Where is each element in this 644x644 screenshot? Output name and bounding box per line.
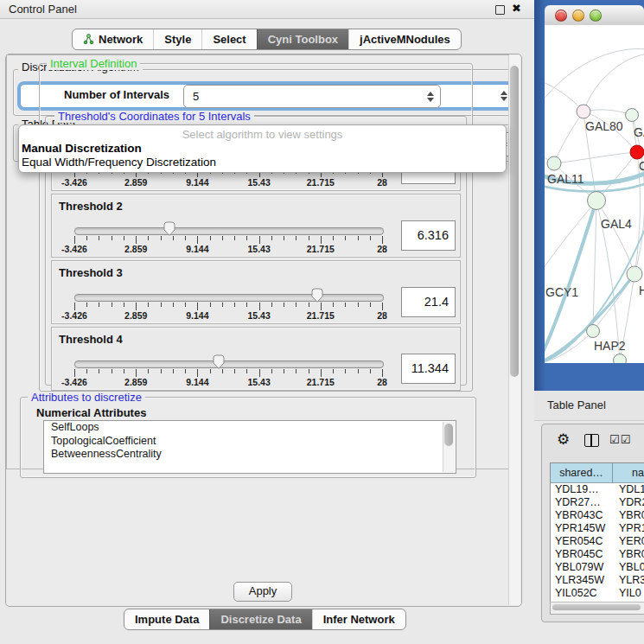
slider-thumb[interactable] bbox=[163, 221, 175, 236]
table-scrollbar-thumb[interactable] bbox=[552, 604, 641, 610]
control-panel-tabs: Network Style Select Cyni Toolbox jActiv… bbox=[72, 29, 462, 50]
table-row[interactable]: YBL079WYBL0 bbox=[551, 561, 644, 574]
network-canvas[interactable]: GAL80 GA C GAL11 GAL4 GCY1 H HAP2 bbox=[545, 25, 644, 363]
attributes-group: Attributes to discretize Numerical Attri… bbox=[20, 397, 476, 469]
attribute-list-item[interactable]: SelfLoops bbox=[44, 421, 456, 435]
numerical-attributes-list[interactable]: SelfLoopsTopologicalCoefficientBetweenne… bbox=[43, 420, 456, 469]
threshold-value[interactable]: 21.4 bbox=[401, 287, 456, 317]
slider-track[interactable] bbox=[74, 360, 384, 368]
slider-thumb[interactable] bbox=[213, 354, 225, 369]
node-red[interactable] bbox=[630, 145, 644, 159]
dropdown-option-equal-width[interactable]: Equal Width/Frequency Discretization bbox=[19, 156, 506, 169]
checkbox-icon[interactable]: ☑ bbox=[609, 433, 621, 446]
minimize-traffic-icon[interactable] bbox=[572, 10, 584, 22]
table-header-row: shared… na bbox=[551, 463, 644, 483]
column-header-name[interactable]: na bbox=[613, 463, 644, 482]
checkbox-icon[interactable]: ☑ bbox=[621, 433, 632, 446]
table-cell-name: YBL0 bbox=[612, 561, 644, 574]
numerical-attributes-label: Numerical Attributes bbox=[36, 406, 146, 419]
table-row[interactable]: YBR043CYBR0 bbox=[551, 509, 644, 522]
node-gal-clipped[interactable] bbox=[626, 109, 639, 122]
threshold-value[interactable]: 6.316 bbox=[401, 220, 456, 251]
node-hap2[interactable] bbox=[587, 325, 600, 338]
tab-discretize-data[interactable]: Discretize Data bbox=[209, 609, 311, 629]
split-columns-icon[interactable] bbox=[584, 434, 599, 447]
settings-scrollbar[interactable] bbox=[508, 55, 509, 469]
slider-thumb[interactable] bbox=[311, 288, 323, 303]
table-cell-shared-name: YBR045C bbox=[551, 548, 612, 561]
table-cell-shared-name: YLR345W bbox=[551, 574, 612, 587]
table-cell-name: YDL1 bbox=[612, 483, 644, 496]
number-of-intervals-spinner[interactable]: 5 bbox=[183, 85, 441, 108]
table-row[interactable]: YER054CYER0 bbox=[551, 535, 644, 548]
tab-network[interactable]: Network bbox=[73, 29, 153, 49]
node-gal11[interactable] bbox=[547, 156, 561, 170]
apply-button[interactable]: Apply bbox=[233, 582, 292, 602]
table-cell-name: YBR0 bbox=[612, 548, 644, 561]
table-row[interactable]: YIL052CYIL0 bbox=[551, 587, 644, 600]
spinner-stepper-icon[interactable] bbox=[427, 92, 434, 102]
settings-scroll-pane: Interval Definition Number of Intervals … bbox=[6, 54, 509, 469]
attribute-list-item[interactable]: TopologicalCoefficient bbox=[44, 435, 456, 449]
table-cell-shared-name: YPR145W bbox=[551, 522, 612, 535]
table-row[interactable]: YDL19…YDL1 bbox=[551, 483, 644, 496]
node-gal4[interactable] bbox=[588, 192, 606, 210]
bottom-tabs: Impute Data Discretize Data Infer Networ… bbox=[124, 609, 406, 630]
label-hap2: HAP2 bbox=[594, 339, 626, 353]
dropdown-hint: Select algorithm to view settings bbox=[19, 127, 506, 142]
threshold-slider[interactable]: -3.4262.8599.14415.4321.71528 bbox=[74, 194, 382, 257]
table-row[interactable]: YBR045CYBR0 bbox=[551, 548, 644, 561]
close-panel-icon[interactable]: ✖ bbox=[512, 2, 521, 15]
combo-stepper-icon[interactable] bbox=[501, 91, 507, 101]
label-c-clipped: C bbox=[639, 159, 644, 173]
slider-track[interactable] bbox=[74, 227, 384, 235]
slider-track[interactable] bbox=[74, 294, 384, 302]
threshold-slider[interactable]: -3.4262.8599.14415.4321.71528 bbox=[74, 261, 382, 323]
slider-tick-labels: -3.4262.8599.14415.4321.71528 bbox=[74, 377, 382, 387]
column-header-shared-name[interactable]: shared… bbox=[551, 463, 613, 482]
table-cell-name: YDR2 bbox=[612, 496, 644, 509]
cyni-toolbox-panel: Discretization Algorithm Select algorith… bbox=[5, 54, 522, 607]
tab-impute-data[interactable]: Impute Data bbox=[124, 609, 209, 629]
label-h-clipped: H bbox=[639, 284, 644, 297]
attribute-list-item[interactable]: BetweennessCentrality bbox=[44, 448, 456, 462]
label-gal11: GAL11 bbox=[547, 172, 584, 186]
label-gal-clipped: GA bbox=[634, 125, 644, 139]
slider-tick-labels: -3.4262.8599.14415.4321.71528 bbox=[74, 310, 382, 321]
table-row[interactable]: YDR27…YDR2 bbox=[551, 496, 644, 509]
float-panel-icon[interactable] bbox=[495, 5, 505, 15]
attributes-group-title: Attributes to discretize bbox=[28, 392, 145, 404]
tab-style[interactable]: Style bbox=[153, 29, 201, 49]
table-cell-shared-name: YDR27… bbox=[551, 496, 612, 509]
zoom-traffic-icon[interactable] bbox=[590, 10, 602, 22]
table-horizontal-scrollbar[interactable] bbox=[550, 602, 644, 615]
node-table[interactable]: shared… na YDL19…YDL1YDR27…YDR2YBR043CYB… bbox=[550, 462, 644, 615]
list-scrollbar-thumb[interactable] bbox=[444, 424, 453, 446]
node-h-clipped[interactable] bbox=[627, 266, 642, 282]
tab-select[interactable]: Select bbox=[201, 29, 256, 49]
tab-network-label: Network bbox=[99, 29, 143, 49]
table-cell-shared-name: YIL052C bbox=[551, 587, 612, 600]
tab-jactivemnodules[interactable]: jActiveMNodules bbox=[348, 29, 461, 49]
table-cell-shared-name: YDL19… bbox=[551, 483, 612, 496]
table-cell-name: YIL0 bbox=[612, 587, 644, 600]
node-gal80[interactable] bbox=[577, 105, 590, 118]
close-traffic-icon[interactable] bbox=[555, 10, 567, 22]
threshold-slider[interactable]: -3.4262.8599.14415.4321.71528 bbox=[74, 328, 382, 390]
node-bottom-clipped[interactable] bbox=[614, 354, 627, 364]
label-gal4: GAL4 bbox=[601, 217, 632, 231]
table-cell-name: YPR1 bbox=[612, 522, 644, 535]
panel-title: Control Panel bbox=[9, 3, 77, 16]
checkbox-icons[interactable]: ☑☑ bbox=[609, 433, 631, 446]
threshold-row: Threshold 2-3.4262.8599.14415.4321.71528… bbox=[51, 194, 461, 258]
tab-cyni-toolbox[interactable]: Cyni Toolbox bbox=[257, 29, 348, 49]
control-panel-titlebar: Control Panel ✖ bbox=[0, 0, 534, 19]
threshold-value[interactable]: 11.344 bbox=[401, 354, 456, 384]
gear-icon[interactable]: ⚙ bbox=[557, 430, 570, 449]
list-scrollbar[interactable] bbox=[443, 422, 455, 469]
table-row[interactable]: YPR145WYPR1 bbox=[551, 522, 644, 535]
dropdown-option-manual[interactable]: Manual Discretization bbox=[19, 142, 506, 156]
table-panel-title: Table Panel bbox=[547, 399, 606, 411]
tab-infer-network[interactable]: Infer Network bbox=[312, 609, 405, 629]
table-row[interactable]: YLR345WYLR3 bbox=[551, 574, 644, 587]
